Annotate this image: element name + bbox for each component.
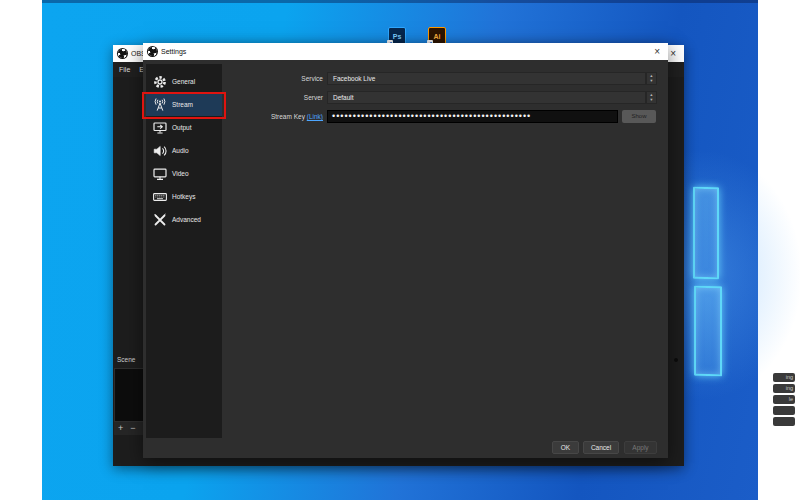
ok-button[interactable]: OK — [552, 441, 579, 454]
settings-dialog: Settings × General Stream — [143, 43, 668, 458]
sidebar-item-label: Hotkeys — [172, 193, 195, 200]
stream-key-link[interactable]: (Link) — [307, 113, 323, 120]
settings-dialog-title: Settings — [161, 48, 186, 55]
cancel-button[interactable]: Cancel — [583, 441, 619, 454]
chevron-down-icon: ▾ — [650, 79, 652, 84]
sidebar-item-hotkeys[interactable]: Hotkeys — [146, 185, 222, 208]
annotation-highlight-box — [142, 92, 226, 119]
server-spinner[interactable]: ▴ ▾ — [646, 91, 657, 104]
sidebar-item-label: Output — [172, 124, 192, 131]
illustrator-shortcut-label: Ai — [434, 33, 441, 40]
sidebar-item-audio[interactable]: Audio — [146, 139, 222, 162]
server-combobox[interactable]: Default — [327, 91, 646, 104]
sidebar-item-label: Advanced — [172, 216, 201, 223]
tools-icon — [152, 212, 168, 228]
apply-button[interactable]: Apply — [624, 441, 657, 454]
photoshop-shortcut-label: Ps — [393, 33, 402, 40]
service-combobox[interactable]: Facebook Live — [327, 72, 646, 85]
server-value: Default — [333, 94, 354, 101]
keyboard-icon — [152, 189, 168, 205]
studio-mode-button-fragment[interactable]: le — [773, 395, 795, 404]
stream-key-input[interactable]: ••••••••••••••••••••••••••••••••••••••••… — [327, 110, 618, 123]
sidebar-item-video[interactable]: Video — [146, 162, 222, 185]
remove-scene-button[interactable]: − — [130, 424, 135, 433]
obs-close-icon[interactable]: × — [667, 49, 679, 59]
settings-titlebar[interactable]: Settings × — [143, 43, 668, 60]
add-scene-button[interactable]: + — [118, 424, 123, 433]
gear-icon — [152, 74, 168, 90]
stream-key-label-text: Stream Key — [271, 113, 305, 120]
monitor-icon — [152, 166, 168, 182]
start-recording-button-fragment[interactable]: ing — [773, 384, 795, 393]
output-icon — [152, 120, 168, 136]
scenes-dock-title: Scene — [117, 356, 135, 363]
screenshot-root: Ps ↗ Ai ↗ OBS × File Edit Scene + − ing … — [0, 0, 800, 500]
obs-logo-icon — [148, 47, 157, 56]
exit-button-fragment[interactable] — [773, 417, 795, 426]
menu-file[interactable]: File — [119, 66, 130, 73]
service-spinner[interactable]: ▴ ▾ — [646, 72, 657, 85]
settings-button-fragment[interactable] — [773, 406, 795, 415]
chevron-down-icon: ▾ — [650, 98, 652, 103]
mixer-knob-dot — [674, 358, 678, 362]
windows-logo-pane-bottom — [694, 286, 722, 377]
show-key-button[interactable]: Show — [622, 110, 656, 123]
obs-logo-icon — [118, 49, 127, 58]
service-label: Service — [183, 72, 323, 85]
service-value: Facebook Live — [333, 75, 375, 82]
speaker-icon — [152, 143, 168, 159]
sidebar-item-advanced[interactable]: Advanced — [146, 208, 222, 231]
windows-logo-pane-top — [693, 187, 719, 280]
sidebar-item-label: Video — [172, 170, 189, 177]
settings-close-icon[interactable]: × — [651, 47, 663, 57]
start-streaming-button-fragment[interactable]: ing — [773, 373, 795, 382]
sidebar-item-label: Audio — [172, 147, 189, 154]
wallpaper-top-shade — [42, 0, 758, 3]
